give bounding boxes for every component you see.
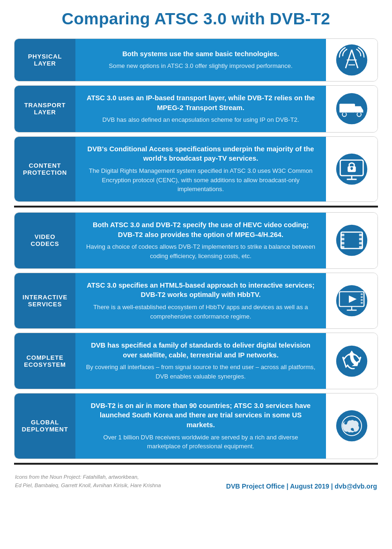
thick-divider — [14, 463, 378, 465]
page-title: Comparing ATSC 3.0 with DVB-T2 — [14, 9, 378, 28]
row-icon-5 — [326, 333, 377, 389]
svg-rect-21 — [341, 242, 344, 245]
page: Comparing ATSC 3.0 with DVB-T2 PHYSICAL … — [0, 0, 392, 549]
comparison-row-6: GLOBAL DEPLOYMENTDVB-T2 is on air in mor… — [14, 393, 378, 459]
comparison-rows: PHYSICAL LAYERBoth systems use the same … — [14, 38, 378, 459]
row-sub-text-1: DVB has also defined an encapsulation sc… — [86, 115, 316, 125]
row-sub-text-5: By covering all interfaces – from signal… — [86, 363, 316, 381]
row-main-text-1: ATSC 3.0 uses an IP-based transport laye… — [86, 93, 316, 112]
svg-rect-32 — [361, 293, 362, 295]
row-sub-text-6: Over 1 billion DVB receivers worldwide a… — [86, 433, 316, 451]
row-sub-text-0: Some new options in ATSC 3.0 offer sligh… — [86, 61, 316, 71]
row-main-text-5: DVB has specified a family of standards … — [86, 341, 316, 360]
row-icon-3 — [326, 213, 377, 268]
row-icon-2 — [326, 137, 377, 201]
footer: Icons from the Noun Project: Fatahillah,… — [14, 473, 378, 490]
row-main-text-4: ATSC 3.0 specifies an HTML5-based approa… — [86, 281, 316, 300]
svg-rect-33 — [361, 296, 362, 298]
svg-rect-25 — [359, 242, 362, 245]
row-main-text-3: Both ATSC 3.0 and DVB-T2 specify the use… — [86, 220, 316, 239]
row-icon-1 — [326, 86, 377, 132]
row-label-3: VIDEO CODECS — [15, 213, 75, 268]
svg-rect-26 — [359, 246, 362, 249]
row-icon-4 — [326, 273, 377, 329]
row-content-3: Both ATSC 3.0 and DVB-T2 specify the use… — [75, 213, 326, 268]
comparison-row-1: TRANSPORT LAYERATSC 3.0 uses an IP-based… — [14, 85, 378, 133]
comparison-row-0: PHYSICAL LAYERBoth systems use the same … — [14, 38, 378, 82]
row-icon-0 — [326, 39, 377, 81]
row-content-2: DVB's Conditional Access specifications … — [75, 137, 326, 201]
row-label-0: PHYSICAL LAYER — [15, 39, 75, 81]
comparison-row-2: CONTENT PROTECTIONDVB's Conditional Acce… — [14, 136, 378, 202]
row-content-4: ATSC 3.0 specifies an HTML5-based approa… — [75, 273, 326, 329]
comparison-row-5: COMPLETE ECOSYSTEMDVB has specified a fa… — [14, 333, 378, 389]
svg-rect-20 — [341, 238, 344, 240]
svg-rect-34 — [361, 299, 362, 301]
row-label-1: TRANSPORT LAYER — [15, 86, 75, 132]
row-sub-text-2: The Digital Rights Management system spe… — [86, 166, 316, 194]
row-content-0: Both systems use the same basic technolo… — [75, 39, 326, 81]
comparison-row-3: VIDEO CODECSBoth ATSC 3.0 and DVB-T2 spe… — [14, 212, 378, 269]
row-main-text-2: DVB's Conditional Access specifications … — [86, 144, 316, 163]
footer-info: DVB Project Office | August 2019 | dvb@d… — [226, 482, 377, 490]
row-label-5: COMPLETE ECOSYSTEM — [15, 333, 75, 389]
svg-rect-24 — [359, 238, 362, 240]
svg-rect-16 — [351, 168, 353, 170]
svg-rect-19 — [341, 234, 344, 236]
svg-rect-35 — [361, 302, 362, 304]
svg-rect-6 — [340, 104, 355, 113]
row-content-1: ATSC 3.0 uses an IP-based transport laye… — [75, 86, 326, 132]
row-label-2: CONTENT PROTECTION — [15, 137, 75, 201]
row-sub-text-4: There is a well-established ecosystem of… — [86, 303, 316, 321]
svg-rect-22 — [341, 246, 344, 249]
footer-credits: Icons from the Noun Project: Fatahillah,… — [15, 473, 161, 490]
row-sub-text-3: Having a choice of codecs allows DVB-T2 … — [86, 242, 316, 260]
comparison-row-4: INTERACTIVE SERVICESATSC 3.0 specifies a… — [14, 273, 378, 329]
row-content-6: DVB-T2 is on air in more than 90 countri… — [75, 393, 326, 459]
row-label-6: GLOBAL DEPLOYMENT — [15, 393, 75, 459]
row-main-text-0: Both systems use the same basic technolo… — [86, 49, 316, 59]
row-icon-6 — [326, 393, 377, 459]
svg-rect-23 — [359, 234, 362, 236]
row-main-text-6: DVB-T2 is on air in more than 90 countri… — [86, 401, 316, 430]
row-content-5: DVB has specified a family of standards … — [75, 333, 326, 389]
row-label-4: INTERACTIVE SERVICES — [15, 273, 75, 329]
thick-divider — [14, 206, 378, 208]
